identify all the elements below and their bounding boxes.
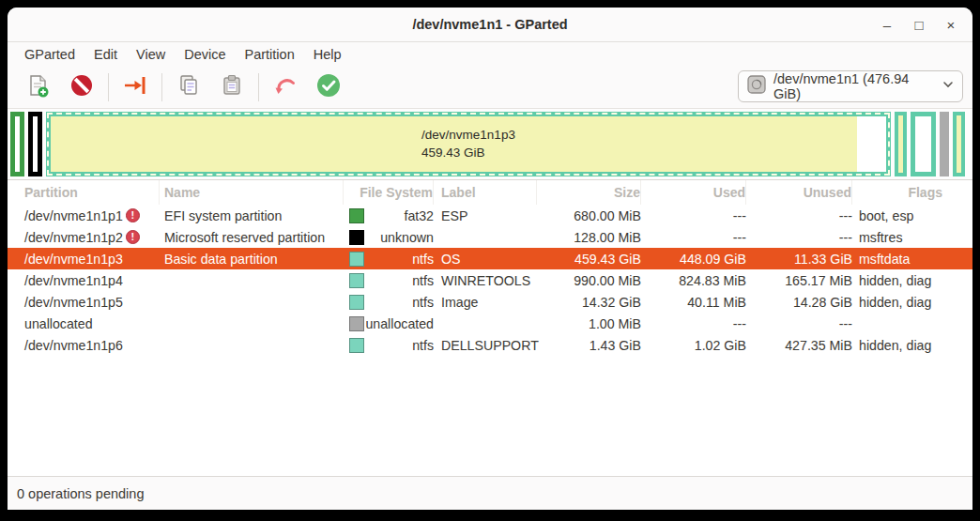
unused-cell: --- (746, 230, 852, 245)
selected-partition-label: /dev/nvme1n1p3459.43 GiB (51, 116, 886, 172)
partition-table: Partition Name File System Label Size Us… (8, 180, 972, 356)
size-cell: 14.32 GiB (537, 295, 641, 310)
paste-button[interactable] (210, 70, 253, 104)
partition-cell: /dev/nvme1n1p6 ! (8, 338, 160, 353)
column-header-unused[interactable]: Unused (746, 180, 852, 205)
minimize-button[interactable]: – (875, 12, 899, 37)
toolbar-separator (108, 73, 109, 101)
partition-cell: /dev/nvme1n1p3 ! (8, 252, 160, 267)
menu-device[interactable]: Device (175, 45, 235, 64)
column-header-used[interactable]: Used (641, 180, 746, 205)
warning-icon: ! (126, 208, 140, 222)
copy-icon (176, 72, 202, 102)
used-cell: 40.11 MiB (641, 295, 746, 310)
filesystem-color-swatch (349, 252, 364, 267)
delete-partition-button[interactable] (60, 70, 103, 104)
table-row[interactable]: /dev/nvme1n1p3 ! Basic data partition nt… (8, 248, 972, 269)
flags-cell: hidden, diag (852, 338, 972, 353)
titlebar[interactable]: /dev/nvme1n1 - GParted – □ × (8, 8, 972, 42)
column-header-name[interactable]: Name (160, 180, 344, 205)
partition-block-nvme1n1p6[interactable] (953, 112, 965, 176)
unused-cell: 165.17 MiB (746, 273, 852, 288)
partition-block-nvme1n1p3[interactable]: /dev/nvme1n1p3459.43 GiB (46, 112, 891, 176)
undo-button[interactable] (264, 70, 307, 104)
column-header-filesystem[interactable]: File System (344, 180, 434, 205)
window-controls: – □ × (875, 8, 963, 41)
menu-partition[interactable]: Partition (236, 45, 304, 64)
partition-block-nvme1n1p5[interactable] (911, 112, 936, 176)
column-header-label[interactable]: Label (434, 180, 537, 205)
table-row[interactable]: /dev/nvme1n1p6 ! ntfs DELLSUPPORT 1.43 G… (8, 334, 972, 356)
name-cell: Basic data partition (160, 252, 344, 267)
toolbar-separator (258, 73, 259, 101)
flags-cell: msftdata (852, 252, 972, 267)
label-cell: WINRETOOLS (434, 273, 537, 288)
name-cell: Microsoft reserved partition (160, 230, 344, 245)
copy-button[interactable] (167, 70, 210, 104)
used-cell: 824.83 MiB (641, 273, 746, 288)
menu-help[interactable]: Help (304, 45, 351, 64)
column-header-flags[interactable]: Flags (852, 180, 972, 205)
filesystem-color-swatch (349, 230, 364, 245)
paste-icon (219, 72, 245, 102)
toolbar-separator (161, 73, 162, 101)
partition-block-nvme1n1p4[interactable] (895, 112, 907, 176)
size-cell: 990.00 MiB (537, 273, 641, 288)
disk-icon (746, 74, 767, 99)
close-button[interactable]: × (939, 12, 963, 37)
partition-block-unallocated[interactable] (940, 112, 949, 176)
column-header-size[interactable]: Size (537, 180, 641, 205)
filesystem-cell: ntfs (344, 295, 434, 310)
unused-cell: --- (746, 208, 852, 223)
table-row[interactable]: unallocated ! unallocated 1.00 MiB --- -… (8, 313, 972, 334)
undo-icon (272, 72, 299, 102)
device-visual-bar: /dev/nvme1n1p3459.43 GiB (8, 108, 972, 180)
resize-move-icon (122, 72, 148, 102)
unused-cell: 427.35 MiB (746, 338, 852, 353)
menu-view[interactable]: View (127, 45, 175, 64)
partition-cell: /dev/nvme1n1p1 ! (8, 208, 160, 223)
partition-table-header: Partition Name File System Label Size Us… (8, 180, 972, 205)
filesystem-cell: unknown (344, 230, 434, 245)
filesystem-cell: ntfs (344, 252, 434, 267)
column-header-partition[interactable]: Partition (8, 180, 160, 205)
used-cell: --- (641, 230, 746, 245)
filesystem-cell: unallocated (344, 316, 434, 331)
filesystem-cell: ntfs (344, 273, 434, 288)
unused-cell: 14.28 GiB (746, 295, 852, 310)
device-selector[interactable]: /dev/nvme1n1 (476.94 GiB) (738, 70, 963, 102)
flags-cell: msftres (852, 230, 972, 245)
partition-block-nvme1n1p2[interactable] (28, 112, 42, 176)
partition-cell: unallocated ! (8, 316, 160, 331)
new-partition-button[interactable] (17, 70, 60, 104)
size-cell: 1.43 GiB (537, 338, 641, 353)
size-cell: 1.00 MiB (537, 316, 641, 331)
filesystem-cell: ntfs (344, 338, 434, 353)
used-cell: 448.09 GiB (641, 252, 746, 267)
unused-cell: --- (746, 316, 852, 331)
filesystem-color-swatch (349, 273, 364, 288)
menu-gparted[interactable]: GParted (15, 45, 84, 64)
resize-move-button[interactable] (114, 70, 157, 104)
used-cell: --- (641, 208, 746, 223)
filesystem-cell: fat32 (344, 208, 434, 223)
apply-icon (314, 71, 343, 103)
filesystem-color-swatch (349, 316, 364, 331)
label-cell: Image (434, 295, 537, 310)
apply-button[interactable] (307, 70, 350, 104)
size-cell: 680.00 MiB (537, 208, 641, 223)
partition-cell: /dev/nvme1n1p5 ! (8, 295, 160, 310)
new-partition-icon (25, 72, 52, 102)
size-cell: 128.00 MiB (537, 230, 641, 245)
statusbar: 0 operations pending (8, 476, 972, 510)
used-cell: --- (641, 316, 746, 331)
table-row[interactable]: /dev/nvme1n1p5 ! ntfs Image 14.32 GiB 40… (8, 291, 972, 313)
table-row[interactable]: /dev/nvme1n1p4 ! ntfs WINRETOOLS 990.00 … (8, 269, 972, 291)
operations-pending-text: 0 operations pending (17, 486, 144, 501)
table-row[interactable]: /dev/nvme1n1p2 ! Microsoft reserved part… (8, 226, 972, 248)
menu-edit[interactable]: Edit (84, 45, 127, 64)
maximize-button[interactable]: □ (907, 12, 931, 37)
partition-block-nvme1n1p1[interactable] (10, 112, 24, 176)
table-row[interactable]: /dev/nvme1n1p1 ! EFI system partition fa… (8, 205, 972, 226)
window-title: /dev/nvme1n1 - GParted (412, 17, 567, 32)
